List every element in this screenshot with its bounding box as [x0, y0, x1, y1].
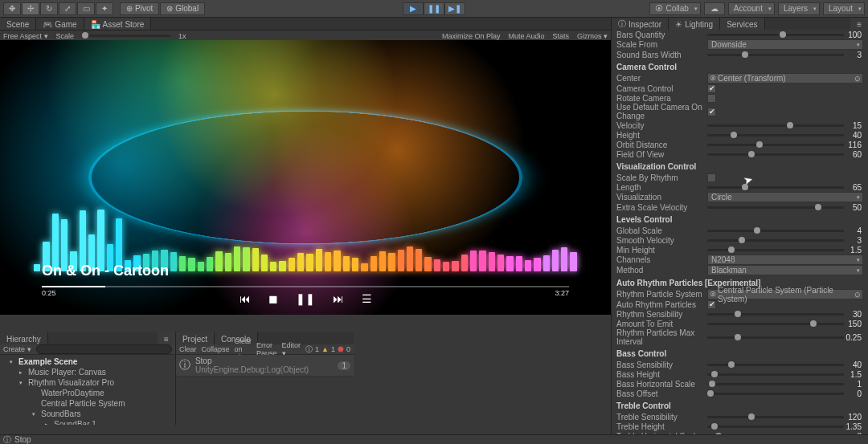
hierarchy-menu-icon[interactable]: ≡	[158, 332, 175, 344]
account-dropdown[interactable]: Account	[728, 2, 775, 15]
pause-icon[interactable]: ❚❚	[296, 292, 315, 305]
console-collapse[interactable]: Collapse	[201, 345, 229, 353]
slider[interactable]	[707, 186, 844, 189]
main-toolbar: ✥ ✢ ↻ ⤢ ▭ ✦ ⊕Pivot ⊛Global ▶ ❚❚ ▶❚ ⦿Coll…	[0, 0, 868, 18]
property-label: Treble Height	[616, 422, 707, 431]
checkbox[interactable]	[707, 173, 716, 182]
tab-game[interactable]: 🎮Game	[36, 18, 84, 30]
info-icon[interactable]: ⓘ	[305, 344, 313, 355]
slider[interactable]	[707, 230, 844, 232]
hand-tool[interactable]: ✥	[3, 2, 21, 15]
play-controls: ▶ ❚❚ ▶❚	[403, 2, 465, 15]
tab-services[interactable]: Services	[720, 18, 764, 30]
next-track-icon[interactable]: ⏭	[333, 292, 344, 305]
slider[interactable]	[707, 54, 844, 56]
gizmos-dropdown[interactable]: Gizmos ▾	[577, 32, 608, 40]
stop-icon[interactable]: ◼	[268, 292, 278, 305]
create-dropdown[interactable]: Create ▾	[3, 345, 31, 353]
slider[interactable]	[707, 364, 844, 366]
hierarchy-item[interactable]: Central Particle System	[0, 398, 175, 409]
dropdown[interactable]: Circle	[707, 192, 863, 202]
slider[interactable]	[707, 249, 844, 251]
property-label: Camera Control	[616, 84, 707, 93]
scale-slider[interactable]	[82, 35, 170, 37]
scale-label: Scale	[56, 32, 75, 40]
slider[interactable]	[707, 313, 844, 316]
tab-hierarchy[interactable]: Hierarchy	[0, 332, 48, 344]
inspector-menu-icon[interactable]: ≡	[850, 18, 868, 30]
slider[interactable]	[707, 34, 844, 36]
slider[interactable]	[707, 373, 844, 376]
dropdown[interactable]: N2048	[707, 255, 863, 265]
property-label: Bass Height	[616, 370, 707, 379]
pause-button[interactable]: ❚❚	[424, 2, 444, 15]
section-header: Visualization Control	[612, 159, 868, 173]
dropdown[interactable]: Downside	[707, 39, 863, 50]
slider[interactable]	[707, 134, 844, 136]
hierarchy-item[interactable]: ▸Music Player: Canvas	[0, 367, 175, 377]
tab-project[interactable]: Project	[176, 332, 215, 344]
warn-icon[interactable]: ▲	[321, 345, 329, 353]
checkbox[interactable]: ✔	[707, 300, 716, 309]
slider[interactable]	[707, 383, 844, 385]
slider[interactable]	[707, 124, 844, 127]
checkbox[interactable]: ✔	[707, 84, 716, 93]
slider[interactable]	[707, 239, 844, 242]
slider[interactable]	[707, 323, 844, 325]
hierarchy-search[interactable]	[36, 344, 172, 354]
move-tool[interactable]: ✢	[22, 2, 39, 15]
tab-lighting[interactable]: ☀Lighting	[669, 18, 720, 30]
error-icon[interactable]: ⬣	[338, 345, 344, 353]
game-view: On & On - Cartoon 0:25 3:27 ⏮ ◼ ❚❚ ⏭ ☰	[0, 40, 611, 315]
hierarchy-item[interactable]: ▾SoundBars	[0, 409, 175, 419]
rotate-tool[interactable]: ↻	[40, 2, 58, 15]
checkbox[interactable]: ✔	[707, 108, 716, 116]
hierarchy-item[interactable]: ▾Example Scene	[0, 356, 175, 367]
section-header: Camera Control	[612, 59, 868, 73]
aspect-dropdown[interactable]: Free Aspect ▾	[3, 32, 48, 40]
tab-asset-store[interactable]: 🏪Asset Store	[84, 18, 152, 30]
object-field[interactable]: Central Particle System (Particle System…	[707, 289, 863, 299]
prev-track-icon[interactable]: ⏮	[240, 292, 251, 305]
mute-toggle[interactable]: Mute Audio	[508, 32, 544, 40]
layout-dropdown[interactable]: Layout	[823, 2, 865, 15]
pivot-toggle[interactable]: ⊕Pivot	[120, 2, 159, 15]
playlist-icon[interactable]: ☰	[362, 292, 372, 305]
tab-scene[interactable]: Scene	[0, 18, 36, 30]
time-elapsed: 0:25	[42, 289, 56, 297]
slider[interactable]	[707, 153, 844, 156]
transform-tool[interactable]: ✦	[96, 2, 113, 15]
global-toggle[interactable]: ⊛Global	[160, 2, 205, 15]
seek-bar[interactable]	[42, 286, 569, 287]
checkbox[interactable]	[707, 94, 716, 103]
layers-dropdown[interactable]: Layers	[778, 2, 820, 15]
log-message: Stop	[195, 356, 309, 365]
hierarchy-item[interactable]: ▾Rhythm Visualizator Pro	[0, 377, 175, 388]
cloud-icon[interactable]: ☁	[704, 2, 725, 15]
slider[interactable]	[707, 416, 844, 418]
play-button[interactable]: ▶	[403, 2, 424, 15]
hierarchy-item[interactable]: ▸SoundBar 1	[0, 419, 175, 425]
scale-tool[interactable]: ⤢	[59, 2, 76, 15]
property-label: Bass Offset	[616, 389, 707, 398]
hierarchy-item[interactable]: WaterProDaytime	[0, 388, 175, 398]
object-field[interactable]: Center (Transform)	[707, 73, 863, 84]
maximize-toggle[interactable]: Maximize On Play	[442, 32, 501, 40]
slider[interactable]	[707, 206, 844, 209]
property-label: Bass Sensibility	[616, 360, 707, 369]
slider[interactable]	[707, 426, 844, 428]
step-button[interactable]: ▶❚	[444, 2, 465, 15]
dropdown[interactable]: Blackman	[707, 265, 863, 275]
scale-value: 1x	[178, 32, 186, 40]
collab-dropdown[interactable]: ⦿Collab	[649, 2, 700, 15]
tab-inspector[interactable]: ⓘInspector	[612, 18, 669, 30]
slider[interactable]	[707, 336, 844, 339]
log-entry[interactable]: ⓘ Stop UnityEngine.Debug:Log(Object) 1	[176, 355, 354, 377]
slider[interactable]	[707, 393, 844, 395]
console-clear[interactable]: Clear	[179, 345, 197, 353]
slider[interactable]	[707, 144, 844, 146]
stats-toggle[interactable]: Stats	[552, 32, 569, 40]
property-label: Amount To Emit	[616, 320, 707, 328]
property-label: Auto Rhythm Particles	[616, 300, 707, 309]
rect-tool[interactable]: ▭	[77, 2, 95, 15]
